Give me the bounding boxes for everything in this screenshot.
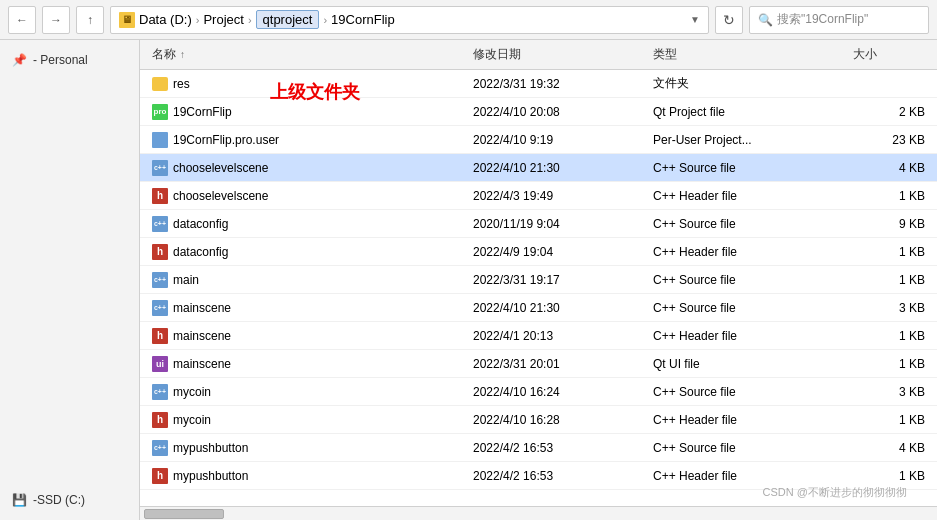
cell-type: C++ Header file	[649, 245, 849, 259]
cell-name: hmainscene	[148, 328, 469, 344]
breadcrumb-19cornflip[interactable]: 19CornFlip	[331, 12, 395, 27]
cell-size: 9 KB	[849, 217, 929, 231]
dropdown-arrow-icon[interactable]: ▼	[690, 14, 700, 25]
file-name: mycoin	[173, 413, 211, 427]
content-area: 上级文件夹 名称 ↑ 修改日期 类型 大小 res2022/3/31 19:32…	[140, 40, 937, 520]
file-icon: h	[152, 412, 168, 428]
file-icon: pro	[152, 104, 168, 120]
table-row[interactable]: res2022/3/31 19:32文件夹	[140, 70, 937, 98]
sidebar-item-ssd-c[interactable]: 💾 -SSD (C:)	[0, 488, 139, 512]
table-row[interactable]: c++dataconfig2020/11/19 9:04C++ Source f…	[140, 210, 937, 238]
file-name: mainscene	[173, 357, 231, 371]
cell-modified: 2022/4/2 16:53	[469, 441, 649, 455]
file-name: res	[173, 77, 190, 91]
cell-size: 1 KB	[849, 329, 929, 343]
table-row[interactable]: hdataconfig2022/4/9 19:04C++ Header file…	[140, 238, 937, 266]
cell-type: C++ Source file	[649, 161, 849, 175]
table-row[interactable]: 19CornFlip.pro.user2022/4/10 9:19Per-Use…	[140, 126, 937, 154]
cell-name: c++mypushbutton	[148, 440, 469, 456]
file-icon: c++	[152, 440, 168, 456]
file-icon: c++	[152, 384, 168, 400]
table-row[interactable]: c++mypushbutton2022/4/2 16:53C++ Source …	[140, 434, 937, 462]
col-name[interactable]: 名称 ↑	[148, 44, 469, 65]
cell-modified: 2022/4/10 20:08	[469, 105, 649, 119]
search-icon: 🔍	[758, 13, 773, 27]
cell-name: c++main	[148, 272, 469, 288]
cell-modified: 2022/4/9 19:04	[469, 245, 649, 259]
file-name: main	[173, 273, 199, 287]
cell-modified: 2022/3/31 19:32	[469, 77, 649, 91]
file-icon: h	[152, 468, 168, 484]
cell-size: 1 KB	[849, 357, 929, 371]
breadcrumb-qtproject[interactable]: qtproject	[256, 10, 320, 29]
cell-type: C++ Source file	[649, 441, 849, 455]
cell-type: C++ Source file	[649, 385, 849, 399]
cell-type: C++ Source file	[649, 217, 849, 231]
file-name: chooselevelscene	[173, 189, 268, 203]
table-row[interactable]: hmycoin2022/4/10 16:28C++ Header file1 K…	[140, 406, 937, 434]
cell-modified: 2022/3/31 19:17	[469, 273, 649, 287]
col-size[interactable]: 大小	[849, 44, 929, 65]
refresh-button[interactable]: ↻	[715, 6, 743, 34]
table-row[interactable]: c++mainscene2022/4/10 21:30C++ Source fi…	[140, 294, 937, 322]
table-row[interactable]: hmypushbutton2022/4/2 16:53C++ Header fi…	[140, 462, 937, 490]
cell-modified: 2022/4/3 19:49	[469, 189, 649, 203]
file-name: mypushbutton	[173, 441, 248, 455]
cell-type: C++ Header file	[649, 329, 849, 343]
cell-type: C++ Header file	[649, 469, 849, 483]
breadcrumb-project[interactable]: Project	[203, 12, 243, 27]
drive-icon: 💾	[12, 493, 27, 507]
cell-modified: 2022/4/1 20:13	[469, 329, 649, 343]
forward-button[interactable]: →	[42, 6, 70, 34]
file-name: mypushbutton	[173, 469, 248, 483]
cell-size: 1 KB	[849, 245, 929, 259]
col-modified[interactable]: 修改日期	[469, 44, 649, 65]
back-button[interactable]: ←	[8, 6, 36, 34]
table-row[interactable]: c++mycoin2022/4/10 16:24C++ Source file3…	[140, 378, 937, 406]
file-name: mycoin	[173, 385, 211, 399]
cell-name: c++dataconfig	[148, 216, 469, 232]
h-scroll-thumb[interactable]	[144, 509, 224, 519]
cell-type: 文件夹	[649, 75, 849, 92]
cell-name: hmycoin	[148, 412, 469, 428]
breadcrumb-bar[interactable]: 🖥 Data (D:) › Project › qtproject › 19Co…	[110, 6, 709, 34]
cell-type: C++ Header file	[649, 413, 849, 427]
main-layout: 📌 - Personal 💾 -SSD (C:) 上级文件夹 名称 ↑ 修改日期…	[0, 40, 937, 520]
cell-modified: 2022/4/10 16:24	[469, 385, 649, 399]
col-type[interactable]: 类型	[649, 44, 849, 65]
cell-type: C++ Source file	[649, 273, 849, 287]
pin-icon: 📌	[12, 53, 27, 67]
cell-type: C++ Source file	[649, 301, 849, 315]
cell-size: 1 KB	[849, 189, 929, 203]
table-row[interactable]: uimainscene2022/3/31 20:01Qt UI file1 KB	[140, 350, 937, 378]
table-row[interactable]: hchooselevelscene2022/4/3 19:49C++ Heade…	[140, 182, 937, 210]
file-icon: ui	[152, 356, 168, 372]
cell-size: 3 KB	[849, 301, 929, 315]
cell-size: 1 KB	[849, 273, 929, 287]
table-row[interactable]: c++chooselevelscene2022/4/10 21:30C++ So…	[140, 154, 937, 182]
sidebar-label-personal: - Personal	[33, 53, 88, 67]
file-name: 19CornFlip.pro.user	[173, 133, 279, 147]
breadcrumb-data-d[interactable]: Data (D:)	[139, 12, 192, 27]
bottom-scroll[interactable]	[140, 506, 937, 520]
file-name: mainscene	[173, 329, 231, 343]
sidebar-item-personal[interactable]: 📌 - Personal	[0, 48, 139, 72]
sort-arrow-name: ↑	[180, 49, 185, 60]
file-icon	[152, 132, 168, 148]
file-icon: c++	[152, 160, 168, 176]
table-row[interactable]: pro19CornFlip2022/4/10 20:08Qt Project f…	[140, 98, 937, 126]
up-button[interactable]: ↑	[76, 6, 104, 34]
cell-name: hdataconfig	[148, 244, 469, 260]
file-icon: h	[152, 244, 168, 260]
cell-name: c++chooselevelscene	[148, 160, 469, 176]
file-icon: c++	[152, 300, 168, 316]
cell-name: res	[148, 77, 469, 91]
cell-type: C++ Header file	[649, 189, 849, 203]
title-bar: ← → ↑ 🖥 Data (D:) › Project › qtproject …	[0, 0, 937, 40]
search-placeholder: 搜索"19CornFlip"	[777, 11, 868, 28]
cell-name: pro19CornFlip	[148, 104, 469, 120]
cell-size: 4 KB	[849, 441, 929, 455]
search-bar[interactable]: 🔍 搜索"19CornFlip"	[749, 6, 929, 34]
table-row[interactable]: c++main2022/3/31 19:17C++ Source file1 K…	[140, 266, 937, 294]
table-row[interactable]: hmainscene2022/4/1 20:13C++ Header file1…	[140, 322, 937, 350]
